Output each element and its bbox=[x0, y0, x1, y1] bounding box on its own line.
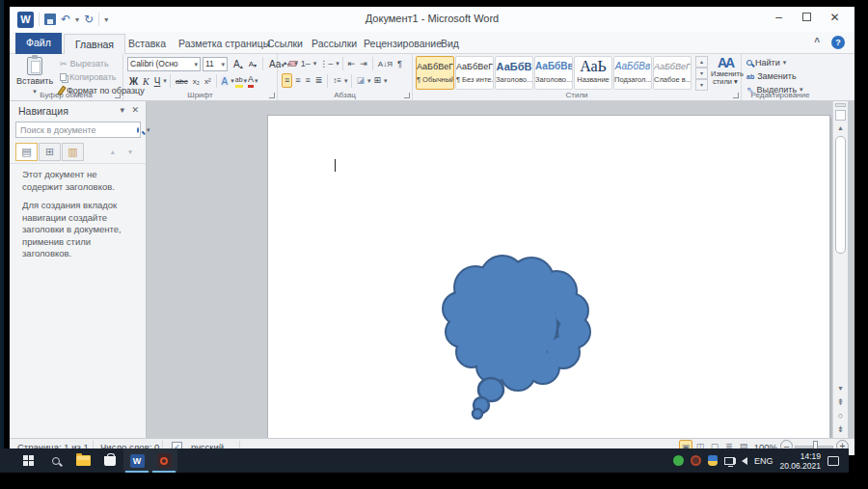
volume-icon[interactable] bbox=[742, 457, 747, 465]
recorder-icon bbox=[157, 453, 172, 468]
browse-object-icon[interactable]: ○ bbox=[833, 410, 848, 421]
tab-home[interactable]: Главная bbox=[64, 34, 125, 54]
microsoft-store-button[interactable] bbox=[96, 448, 123, 473]
paragraph-dialog-launcher[interactable] bbox=[404, 93, 410, 98]
show-marks-button[interactable]: ¶ bbox=[395, 58, 404, 70]
highlight-button[interactable]: ab bbox=[235, 75, 243, 88]
bold-button[interactable]: Ж bbox=[127, 76, 140, 87]
nav-tab-results[interactable]: ▥ bbox=[62, 143, 84, 161]
tray-green-app-icon[interactable] bbox=[673, 455, 684, 466]
underline-dropdown-icon[interactable]: ▾ bbox=[163, 77, 167, 85]
cloud-callout-shape[interactable] bbox=[420, 243, 593, 421]
scroll-up-icon[interactable]: ▲ bbox=[833, 122, 848, 134]
styles-gallery-more[interactable]: ▾ bbox=[695, 79, 708, 91]
style-chip-no-spacing[interactable]: АаБбВеГг, ¶ Без инте... bbox=[455, 56, 494, 90]
style-chip-normal[interactable]: АаБбВеГг, ¶ Обычный bbox=[416, 56, 454, 90]
pane-options-icon[interactable]: ▾ bbox=[120, 105, 124, 115]
shrink-font-button[interactable]: А▾ bbox=[247, 60, 258, 68]
italic-button[interactable]: К bbox=[141, 76, 151, 87]
nav-tab-headings[interactable]: ▤ bbox=[15, 143, 38, 161]
increase-indent-button[interactable]: ⇥ bbox=[358, 58, 369, 70]
collapse-ribbon-icon[interactable]: ^ bbox=[814, 37, 820, 47]
security-shield-icon[interactable] bbox=[708, 455, 718, 466]
style-chip-title[interactable]: АаЬ Название bbox=[574, 56, 612, 90]
action-center-icon[interactable] bbox=[827, 456, 839, 466]
shading-button[interactable]: ◪ bbox=[355, 74, 367, 87]
restore-button[interactable] bbox=[793, 7, 821, 28]
previous-page-icon[interactable]: ⇞ bbox=[833, 396, 848, 408]
font-color-button[interactable]: А bbox=[248, 75, 254, 88]
font-color-label: А bbox=[248, 75, 254, 84]
find-button[interactable]: Найти▾ bbox=[746, 57, 803, 68]
paste-button[interactable]: Вставить ▾ bbox=[14, 57, 56, 94]
separator bbox=[262, 57, 263, 70]
style-chip-heading2[interactable]: АаБбВв Заголово... bbox=[534, 56, 573, 90]
underline-button[interactable]: Ч bbox=[152, 76, 163, 87]
minimize-button[interactable]: – bbox=[765, 7, 793, 28]
style-chip-subtitle[interactable]: АаБбВв Подзагол... bbox=[613, 56, 652, 90]
word-taskbar-button[interactable]: W bbox=[123, 448, 150, 473]
editing-group-label: Редактирование bbox=[742, 91, 819, 99]
recorder-taskbar-button[interactable] bbox=[150, 448, 177, 473]
style-chip-subtle[interactable]: АаБбВеГг Слабое в... bbox=[653, 56, 692, 90]
text-effects-button[interactable]: А bbox=[220, 76, 231, 87]
help-icon[interactable]: ? bbox=[831, 36, 845, 49]
navigation-pane-title: Навигация bbox=[18, 105, 68, 117]
chevron-down-icon: ▾ bbox=[336, 60, 339, 68]
style-label: ¶ Без инте... bbox=[456, 75, 493, 84]
subscript-button[interactable]: x₂ bbox=[191, 77, 202, 86]
scrollbar-thumb[interactable] bbox=[835, 136, 846, 254]
ruler-toggle-icon[interactable] bbox=[835, 110, 846, 121]
language-switcher[interactable]: ENG bbox=[754, 456, 773, 466]
tab-file[interactable]: Файл bbox=[15, 33, 62, 54]
align-right-button[interactable]: ≡ bbox=[304, 74, 312, 87]
font-dialog-launcher[interactable] bbox=[269, 93, 275, 98]
pane-close-icon[interactable]: ✕ bbox=[131, 105, 139, 115]
change-styles-button[interactable]: АА Изменить стили ▾ bbox=[711, 56, 740, 86]
styles-scroll-up[interactable]: ▴ bbox=[695, 56, 708, 68]
separator bbox=[351, 74, 352, 88]
search-input[interactable] bbox=[16, 125, 137, 135]
tab-view[interactable]: Вид bbox=[430, 34, 470, 54]
styles-dialog-launcher[interactable] bbox=[733, 93, 739, 98]
style-preview: АаБбВ bbox=[496, 60, 532, 73]
vertical-scrollbar[interactable]: ▲ ▼ ⇞ ○ ⇟ bbox=[832, 101, 848, 438]
editing-group: Найти▾ abЗаменить ⇖Выделить▾ Редактирова… bbox=[742, 54, 819, 100]
decrease-indent-button[interactable]: ⇤ bbox=[346, 58, 358, 70]
bullets-button[interactable]: •‒ bbox=[282, 58, 293, 70]
align-center-button[interactable]: ≡ bbox=[293, 74, 302, 87]
superscript-button[interactable]: x² bbox=[203, 77, 213, 86]
chevron-down-icon: ▾ bbox=[783, 59, 787, 67]
sort-button[interactable]: А↓Я bbox=[376, 58, 394, 70]
align-left-button[interactable]: ≡ bbox=[282, 73, 292, 88]
ribbon-tab-row: Файл Главная Вставка Разметка страницы С… bbox=[10, 32, 854, 54]
clipboard-dialog-launcher[interactable] bbox=[115, 93, 121, 98]
justify-button[interactable]: ≣ bbox=[313, 74, 325, 87]
strikethrough-button[interactable]: abc bbox=[174, 77, 190, 86]
styles-scroll-down[interactable]: ▾ bbox=[695, 68, 708, 79]
chevron-down-icon: ▾ bbox=[255, 77, 258, 85]
start-button[interactable] bbox=[15, 448, 42, 473]
tray-recorder-icon[interactable] bbox=[691, 455, 701, 466]
scroll-down-icon[interactable]: ▼ bbox=[833, 383, 848, 394]
document-page[interactable] bbox=[268, 116, 829, 438]
prev-next-heading-icons[interactable]: ▴ ▾ bbox=[111, 148, 138, 156]
grow-font-button[interactable]: А▴ bbox=[231, 59, 245, 69]
nav-tab-pages[interactable]: ⊞ bbox=[39, 143, 61, 161]
document-search-box[interactable]: ▾ bbox=[15, 122, 141, 138]
style-chip-heading1[interactable]: АаБбВ Заголово... bbox=[495, 56, 533, 90]
multilevel-list-button[interactable]: ⋮‒ bbox=[317, 58, 335, 70]
taskbar-search-button[interactable] bbox=[42, 448, 69, 473]
borders-button[interactable]: ⊞ bbox=[372, 74, 384, 87]
font-family-select[interactable]: Calibri (Осно▾ bbox=[127, 57, 201, 71]
clock[interactable]: 14:19 20.06.2021 bbox=[779, 451, 821, 471]
close-button[interactable]: ✕ bbox=[821, 7, 849, 28]
replace-button[interactable]: abЗаменить bbox=[746, 70, 803, 82]
line-spacing-button[interactable]: ↕≡ bbox=[331, 74, 343, 87]
file-explorer-button[interactable] bbox=[69, 448, 96, 473]
numbering-button[interactable]: 1‒ bbox=[299, 58, 312, 70]
search-icon[interactable] bbox=[137, 127, 139, 133]
split-handle[interactable] bbox=[835, 103, 846, 107]
next-page-icon[interactable]: ⇟ bbox=[833, 423, 848, 435]
font-size-select[interactable]: 11▾ bbox=[203, 57, 228, 71]
